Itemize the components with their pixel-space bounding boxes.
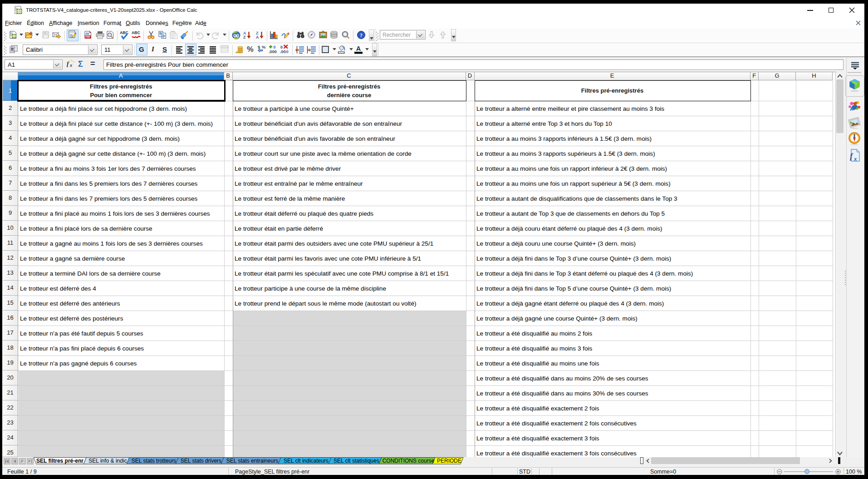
svg-text:0: 0 (280, 45, 283, 49)
svg-text:PDF: PDF (85, 35, 91, 38)
svg-text:?: ? (360, 32, 363, 39)
svg-text:x: x (853, 155, 857, 162)
svg-text:.000: .000 (269, 49, 277, 54)
svg-text:SEL stats drivers: SEL stats drivers (181, 458, 221, 464)
svg-text:$: $ (258, 44, 260, 49)
svg-text:SEL stats entraineurs: SEL stats entraineurs (226, 458, 278, 464)
svg-text:%: % (247, 45, 254, 53)
svg-text:SEL clt indicateurs: SEL clt indicateurs (284, 458, 329, 464)
svg-text:0: 0 (286, 49, 289, 54)
svg-text:PERIODE: PERIODE (437, 458, 461, 464)
svg-text:A: A (256, 35, 259, 39)
svg-text:SEL info & indic: SEL info & indic (88, 458, 127, 464)
svg-text:CONDITIONS course: CONDITIONS course (383, 458, 435, 464)
svg-text:0: 0 (274, 45, 276, 49)
svg-text:ABC: ABC (132, 30, 140, 35)
svg-text:A: A (356, 45, 361, 52)
svg-text:SEL stats trotteurs: SEL stats trotteurs (132, 458, 176, 464)
svg-text:%: % (262, 44, 266, 49)
svg-text:x: x (69, 63, 72, 68)
svg-text:SEL clt statistiques: SEL clt statistiques (333, 458, 379, 464)
svg-text:Z: Z (243, 35, 246, 39)
svg-text:N: N (853, 133, 855, 136)
svg-text:SEL filtres pré-enr: SEL filtres pré-enr (36, 458, 83, 464)
svg-text:.00: .00 (280, 49, 286, 54)
